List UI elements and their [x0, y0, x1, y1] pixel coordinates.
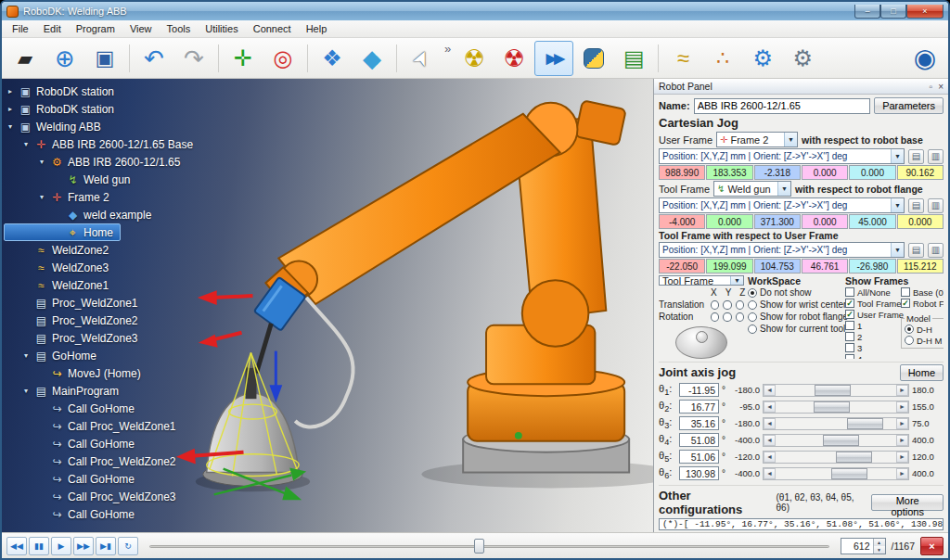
slider-right-arrow-icon[interactable]: ► [896, 385, 908, 396]
translation-x-radio[interactable] [711, 300, 719, 310]
fast-forward-button[interactable]: ▶▶ [73, 537, 94, 555]
pause-button[interactable]: ▮▮ [29, 537, 49, 555]
slider-right-arrow-icon[interactable]: ► [896, 435, 908, 446]
radio-show-for-wrist-center[interactable]: Show for wrist center [748, 299, 841, 311]
robot-machining-project-button[interactable]: ⚙ [743, 41, 782, 76]
slider-thumb[interactable] [836, 452, 872, 463]
stop-simulation-button[interactable]: × [920, 537, 944, 555]
open-online-library-button[interactable]: ⊕ [45, 41, 84, 76]
tree-expand-icon[interactable]: ▸ [8, 87, 19, 95]
pose-cell-ry[interactable]: 45.000 [849, 214, 895, 229]
robot-paint-project-button[interactable]: ⚙ [783, 41, 822, 76]
menu-edit[interactable]: Edit [36, 21, 69, 36]
copy-pose-button[interactable]: ▤ [908, 243, 924, 258]
skip-end-button[interactable]: ▶▮ [96, 537, 116, 555]
tree-item-frame-2[interactable]: ▾✛Frame 2 [4, 188, 117, 206]
3d-viewport[interactable]: ▸▣RoboDK station▸▣RoboDK station▾▣Weldin… [2, 79, 653, 532]
home-button[interactable]: Home [900, 364, 944, 381]
slider-thumb[interactable] [815, 385, 851, 396]
tree-item-weld-gun[interactable]: ↯Weld gun [4, 171, 137, 188]
slider-left-arrow-icon[interactable]: ◄ [764, 385, 776, 396]
menu-connect[interactable]: Connect [246, 21, 299, 36]
joint-1-value-input[interactable]: -11.95 [679, 383, 719, 397]
tree-item-home[interactable]: ⌖Home [4, 223, 121, 241]
tree-item-mainprogram[interactable]: ▾▤MainProgram [4, 382, 126, 400]
pose-cell-ry[interactable]: 0.000 [849, 165, 895, 180]
slider-left-arrow-icon[interactable]: ◄ [764, 468, 776, 479]
pose-cell-z[interactable]: -2.318 [754, 165, 801, 180]
radio-show-for-robot-flange[interactable]: Show for robot flange [748, 311, 841, 323]
tree-item-proc-weldzone3[interactable]: ▤Proc_WeldZone3 [4, 329, 146, 347]
tree-item-weld-example[interactable]: ◆weld example [4, 206, 159, 223]
checkbox-all-none[interactable]: All/None [845, 286, 897, 298]
tree-expand-icon[interactable]: ▾ [40, 193, 50, 201]
joint-4-value-input[interactable]: 51.08 [679, 433, 719, 447]
twintrack-calibration-button[interactable]: ◉ [905, 41, 944, 76]
slider-thumb[interactable] [823, 435, 859, 446]
panel-float-icon[interactable]: ▫ [930, 82, 933, 92]
tree-item-proc-weldzone1[interactable]: ▤Proc_WeldZone1 [4, 294, 146, 312]
joint-5-slider[interactable]: ◄► [763, 451, 909, 464]
tree-expand-icon[interactable]: ▾ [24, 140, 34, 148]
tree-item-call-proc-weldzone1[interactable]: ↪Call Proc_WeldZone1 [4, 417, 184, 435]
slider-right-arrow-icon[interactable]: ► [896, 468, 908, 479]
add-program-button[interactable]: ▤ [614, 41, 653, 76]
pose-cell-x[interactable]: -4.000 [659, 214, 705, 229]
tree-item-call-gohome[interactable]: ↪Call GoHome [4, 505, 142, 523]
pose-cell-z[interactable]: 104.753 [754, 259, 801, 274]
tree-item-weldzone1[interactable]: ≈WeldZone1 [4, 276, 116, 294]
translation-z-radio[interactable] [736, 300, 744, 310]
pose-cell-y[interactable]: 199.099 [706, 259, 752, 274]
pose-cell-x[interactable]: -22.050 [659, 259, 705, 274]
paste-pose-button[interactable]: ▥ [928, 243, 944, 258]
slider-track[interactable] [776, 401, 896, 413]
joint-2-slider[interactable]: ◄► [763, 401, 909, 414]
tree-item-abb-irb-2600-12-1-65[interactable]: ▾⚙ABB IRB 2600-12/1.65 [4, 153, 187, 171]
joint-3-value-input[interactable]: 35.16 [679, 416, 719, 430]
slider-track[interactable] [776, 452, 896, 463]
pose-cell-ry[interactable]: -26.980 [849, 259, 895, 274]
pose-cell-rz[interactable]: 0.000 [802, 165, 848, 180]
configuration-combo[interactable]: (*)-[ -11.95°, 16.77°, 35.16°, 51.08°, 5… [659, 518, 944, 530]
jog-dial[interactable] [675, 326, 727, 359]
jog-dial-knob[interactable] [696, 331, 708, 343]
minimize-button[interactable]: – [854, 5, 880, 19]
joint-6-value-input[interactable]: 130.98 [679, 466, 719, 480]
pose-cell-y[interactable]: 183.353 [706, 165, 752, 180]
rotation-x-radio[interactable] [711, 312, 719, 322]
tree-expand-icon[interactable]: ▾ [24, 387, 34, 395]
checkbox-2[interactable]: 2 [845, 331, 897, 342]
maximize-button[interactable]: □ [880, 5, 906, 19]
rewind-button[interactable]: ◀◀ [6, 537, 27, 555]
radio-d-h[interactable]: D-H [905, 324, 944, 335]
rotation-z-radio[interactable] [736, 312, 744, 322]
menu-help[interactable]: Help [299, 21, 335, 36]
tree-item-abb-irb-2600-12-1-65-base[interactable]: ▾✛ABB IRB 2600-12/1.65 Base [4, 135, 200, 153]
rotation-y-radio[interactable] [723, 312, 731, 322]
slider-thumb[interactable] [847, 418, 883, 429]
timeline-track[interactable] [149, 545, 829, 548]
tree-expand-icon[interactable]: ▾ [8, 122, 19, 131]
joint-3-slider[interactable]: ◄► [763, 417, 909, 430]
paste-pose-button[interactable]: ▥ [928, 198, 944, 213]
slider-thumb[interactable] [831, 468, 867, 479]
tree-item-proc-weldzone2[interactable]: ▤Proc_WeldZone2 [4, 312, 146, 329]
python-script-button[interactable] [574, 41, 613, 76]
tree-expand-icon[interactable]: ▾ [24, 351, 34, 360]
tree-item-call-proc-weldzone3[interactable]: ↪Call Proc_WeldZone3 [4, 488, 184, 505]
slider-thumb[interactable] [814, 401, 850, 413]
slider-right-arrow-icon[interactable]: ► [896, 418, 908, 429]
spinner-down-icon[interactable]: ▼ [874, 546, 885, 554]
pose-cell-rz[interactable]: 0.000 [802, 214, 848, 229]
tree-item-robodk-station[interactable]: ▸▣RoboDK station [4, 83, 122, 100]
timeline-thumb[interactable] [474, 539, 484, 554]
pose-cell-rx[interactable]: 115.212 [897, 259, 944, 274]
slider-track[interactable] [776, 435, 896, 446]
slider-track[interactable] [776, 385, 896, 396]
tree-item-gohome[interactable]: ▾▤GoHome [4, 347, 104, 364]
tree-item-call-gohome[interactable]: ↪Call GoHome [4, 400, 142, 417]
menu-utilities[interactable]: Utilities [198, 21, 245, 36]
slider-right-arrow-icon[interactable]: ► [896, 452, 908, 463]
slider-left-arrow-icon[interactable]: ◄ [764, 418, 776, 429]
tree-item-call-gohome[interactable]: ↪Call GoHome [4, 435, 142, 452]
